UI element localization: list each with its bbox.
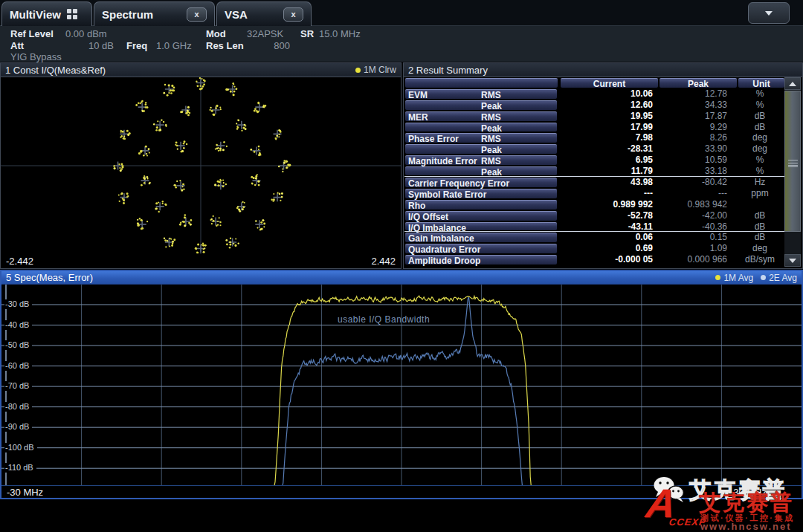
tab-multiview[interactable]: MultiView — [1, 1, 92, 26]
measured-symbol-dot — [258, 111, 259, 112]
result-unit: % — [736, 100, 784, 111]
close-tab-spectrum-button[interactable]: x — [187, 7, 207, 22]
result-unit: deg — [736, 143, 784, 155]
measured-symbol-dot — [250, 149, 252, 151]
chevron-down-icon — [765, 11, 773, 16]
constellation-panel-title: 1 Const I/Q(Meas&Ref) — [5, 65, 106, 76]
measured-symbol-dot — [210, 109, 211, 111]
result-current-value: 0.69 — [558, 243, 657, 254]
table-row: EVMRMS10.0612.78% — [404, 88, 785, 100]
result-summary-table: CurrentPeakUnitEVMRMS10.0612.78%Peak12.6… — [404, 77, 785, 268]
measured-symbol-dot — [172, 86, 175, 88]
measured-symbol-dot — [251, 176, 253, 178]
freq-label: Freq — [126, 40, 147, 51]
spectrum-panel-title: 5 Spec(Meas, Error) — [6, 272, 93, 283]
result-row-label — [405, 123, 481, 132]
tab-spectrum[interactable]: Spectrum x — [94, 1, 215, 26]
result-row-sublabel: RMS — [481, 112, 501, 121]
measured-symbol-dot — [145, 146, 147, 148]
result-row-label: Phase Error — [405, 134, 481, 143]
result-current-value: 6.95 — [558, 155, 657, 166]
result-unit — [736, 199, 784, 210]
measured-symbol-dot — [219, 224, 221, 226]
measured-symbol-dot — [202, 242, 204, 244]
measured-symbol-dot — [257, 227, 258, 229]
spectrum-panel-titlebar[interactable]: 5 Spec(Meas, Error) 1M Avg 2E Avg — [1, 271, 802, 285]
measured-symbol-dot — [277, 192, 279, 194]
measured-symbol-dot — [183, 143, 184, 144]
measured-symbol-dot — [233, 83, 234, 85]
measured-symbol-dot — [119, 201, 120, 202]
table-row: Symbol Rate Error------ppm — [404, 188, 785, 199]
result-row-label-cell: MERRMS — [404, 111, 558, 122]
measured-symbol-dot — [172, 241, 174, 243]
measured-symbol-dot — [281, 192, 283, 195]
sr-value[interactable]: 15.0 MHz — [319, 28, 361, 39]
measured-symbol-dot — [257, 181, 259, 183]
result-row-sublabel: RMS — [481, 134, 501, 143]
measured-symbol-dot — [145, 102, 146, 103]
measured-symbol-dot — [201, 78, 203, 80]
measured-symbol-dot — [141, 227, 143, 230]
measured-symbol-dot — [123, 136, 125, 137]
freq-value[interactable]: 1.0 GHz — [156, 40, 192, 51]
measured-symbol-dot — [148, 148, 150, 150]
result-row-label-cell: Rho — [404, 199, 558, 210]
measured-symbol-dot — [236, 123, 237, 124]
measured-symbol-dot — [285, 160, 287, 163]
measured-symbol-dot — [182, 186, 184, 187]
measured-symbol-dot — [177, 149, 178, 150]
measured-symbol-dot — [222, 179, 224, 181]
measured-symbol-dot — [239, 210, 241, 213]
table-row: I/Q Offset-52.78-42.00dB — [404, 210, 785, 221]
measured-symbol-dot — [219, 107, 221, 108]
measured-symbol-dot — [146, 106, 148, 108]
result-row-sublabel: RMS — [481, 156, 501, 165]
measured-symbol-dot — [278, 136, 280, 137]
y-axis-tick-label: -90 dB — [4, 422, 32, 432]
measured-symbol-dot — [143, 175, 145, 177]
att-value[interactable]: 10 dB — [63, 40, 114, 51]
y-axis-tick-label: -30 dB — [4, 299, 32, 309]
measured-symbol-dot — [190, 224, 192, 226]
measured-symbol-dot — [159, 129, 161, 132]
tab-overflow-dropdown-button[interactable] — [748, 2, 790, 24]
measured-symbol-dot — [170, 92, 172, 94]
constellation-panel-titlebar[interactable]: 1 Const I/Q(Meas&Ref) 1M Clrw — [1, 63, 401, 77]
measured-symbol-dot — [236, 126, 238, 127]
scroll-down-button[interactable] — [784, 254, 801, 267]
measured-symbol-dot — [263, 226, 265, 227]
measured-symbol-dot — [126, 192, 129, 195]
measured-symbol-dot — [195, 247, 197, 250]
result-unit: dB — [736, 122, 784, 133]
measured-symbol-dot — [254, 151, 256, 153]
ref-level-value[interactable]: 0.00 dBm — [65, 28, 107, 39]
res-len-value[interactable]: 800 — [247, 40, 290, 51]
scrollbar-thumb[interactable] — [784, 91, 801, 232]
measured-symbol-dot — [280, 131, 282, 133]
result-row-label-cell: Phase ErrorRMS — [404, 132, 558, 143]
close-tab-vsa-button[interactable]: x — [283, 7, 303, 22]
table-row: MERRMS19.9517.87dB — [404, 111, 785, 122]
measured-symbol-dot — [172, 89, 174, 91]
trace1-label: 1M Clrw — [364, 65, 396, 75]
measured-symbol-dot — [204, 80, 206, 82]
measured-symbol-dot — [229, 241, 231, 244]
measured-symbol-dot — [155, 129, 158, 132]
measured-symbol-dot — [233, 85, 235, 87]
measured-symbol-dot — [187, 106, 190, 108]
tab-vsa[interactable]: VSA x — [216, 1, 312, 26]
measured-symbol-dot — [226, 146, 228, 147]
mod-value[interactable]: 32APSK — [247, 28, 283, 39]
result-summary-scrollbar[interactable] — [784, 77, 801, 267]
measured-symbol-dot — [251, 183, 253, 184]
measured-symbol-dot — [165, 246, 167, 247]
table-row: Rho0.989 9920.983 942 — [404, 199, 785, 210]
measured-symbol-dot — [202, 244, 204, 247]
table-row: Phase ErrorRMS7.988.26deg — [404, 132, 785, 143]
measured-symbol-dot — [202, 85, 204, 88]
scroll-up-button[interactable] — [784, 77, 801, 90]
measured-symbol-dot — [118, 163, 120, 165]
result-summary-titlebar[interactable]: 2 Result Summary — [404, 63, 802, 77]
measured-symbol-dot — [144, 103, 146, 106]
